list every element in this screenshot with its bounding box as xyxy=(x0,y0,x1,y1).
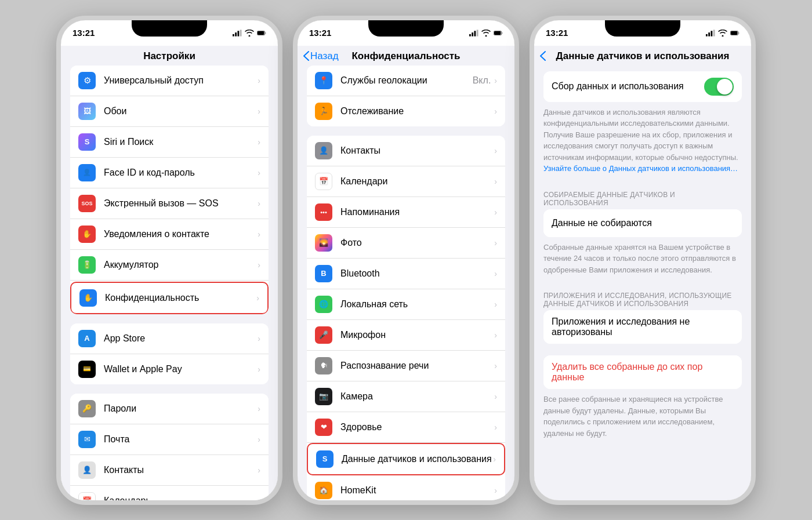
desc-text-1-content: Данные датчиков и использования являются… xyxy=(543,108,738,162)
chevron-icon: › xyxy=(258,107,260,116)
calendar2-icon: 📅 xyxy=(315,173,332,190)
chevron-icon: › xyxy=(494,361,497,370)
chevron-icon: › xyxy=(494,392,497,401)
status-bar-2: 13:21 xyxy=(298,20,514,46)
list-item-contacts-settings[interactable]: 👤 Контакты › xyxy=(70,455,269,486)
status-icons-3 xyxy=(706,30,740,37)
list-item-localnet2[interactable]: 🌐 Локальная сеть › xyxy=(307,289,505,320)
list-item-passwords[interactable]: 🔑 Пароли › xyxy=(70,394,269,424)
list-item-siri[interactable]: S Siri и Поиск › xyxy=(70,127,269,158)
list-item-universal[interactable]: ⚙ Универсальный доступ › xyxy=(70,66,269,96)
screen-1: Настройки ⚙ Универсальный доступ › 🖼 Обо… xyxy=(61,46,278,500)
wallpaper-icon: 🖼 xyxy=(78,103,96,120)
status-time-3: 13:21 xyxy=(546,28,568,38)
list-item-photos2[interactable]: 🌄 Фото › xyxy=(307,228,505,259)
notch-2 xyxy=(368,20,444,37)
chevron-icon: › xyxy=(258,435,260,444)
back-button-3[interactable] xyxy=(540,51,546,61)
tracking-icon: 🏃 xyxy=(315,103,332,120)
list-item-calendar2[interactable]: 📅 Календари › xyxy=(307,166,505,197)
no-apps-label: Приложения и исследования не авторизован… xyxy=(552,317,734,337)
page-title-3: Данные датчиков и использования xyxy=(556,50,730,62)
list-item-tracking[interactable]: 🏃 Отслеживание › xyxy=(307,96,505,126)
list-item-appstore[interactable]: A App Store › xyxy=(70,323,269,354)
sensor-detail-panel[interactable]: Сбор данных и использования Данные датчи… xyxy=(534,66,751,500)
chevron-icon: › xyxy=(258,496,260,500)
back-button-2[interactable]: Назад xyxy=(303,50,339,62)
collected-data-value: Данные не собираются xyxy=(543,209,742,237)
settings-group-bot-1: 🔑 Пароли › ✉ Почта › 👤 Контакты › 📅 Кале… xyxy=(70,394,269,500)
health2-icon: ❤ xyxy=(315,419,332,436)
desc-text-2-content: Собранные данные хранятся на Вашем устро… xyxy=(543,243,736,274)
chevron-icon: › xyxy=(494,76,497,85)
list-item-health2[interactable]: ❤ Здоровье › xyxy=(307,412,505,443)
desc-text-3-content: Все ранее собранные и хранящиеся на устр… xyxy=(543,395,723,438)
list-item-calendar-settings[interactable]: 📅 Календарь › xyxy=(70,486,269,500)
chevron-icon: › xyxy=(258,334,260,343)
privacy-icon: ✋ xyxy=(79,289,97,307)
list-item-wallet[interactable]: 💳 Wallet и Apple Pay › xyxy=(70,354,269,384)
passwords-icon: 🔑 xyxy=(78,400,96,417)
list-item-reminders2[interactable]: ••• Напоминания › xyxy=(307,197,505,228)
battery-settings-icon: 🔋 xyxy=(78,256,96,274)
chevron-icon: › xyxy=(494,269,497,278)
chevron-icon: › xyxy=(494,208,497,217)
photos2-icon: 🌄 xyxy=(315,234,332,252)
svg-rect-3 xyxy=(240,30,242,36)
svg-rect-5 xyxy=(258,31,264,35)
list-item-sos[interactable]: SOS Экстренный вызов — SOS › xyxy=(70,188,269,219)
toggle-knob xyxy=(717,79,733,94)
data-collection-toggle[interactable] xyxy=(704,78,734,96)
chevron-icon: › xyxy=(258,404,260,413)
desc-text-1: Данные датчиков и использования являются… xyxy=(534,102,751,183)
svg-rect-6 xyxy=(469,34,471,36)
list-item-contact-notif[interactable]: ✋ Уведомления о контакте › xyxy=(70,219,269,250)
svg-rect-7 xyxy=(472,32,473,37)
learn-more-link[interactable]: Узнайте больше о Данных датчиков и испол… xyxy=(543,164,738,173)
list-item-battery[interactable]: 🔋 Аккумулятор › xyxy=(70,250,269,281)
list-item-contacts2[interactable]: 👤 Контакты › xyxy=(307,136,505,166)
list-item-speech2[interactable]: 🗣 Распознавание речи › xyxy=(307,351,505,381)
wifi-icon-1 xyxy=(245,30,254,37)
list-item-camera2[interactable]: 📷 Камера › xyxy=(307,381,505,412)
chevron-icon: › xyxy=(258,199,260,208)
list-item-location[interactable]: 📍 Службы геолокации Вкл. › xyxy=(307,66,505,96)
siri-icon: S xyxy=(78,133,96,151)
status-time-2: 13:21 xyxy=(309,28,331,38)
page-title-2: Конфиденциальность xyxy=(351,50,460,62)
settings-scroll-1[interactable]: ⚙ Универсальный доступ › 🖼 Обои › S Siri… xyxy=(61,66,278,500)
list-item-toggle[interactable]: Сбор данных и использования xyxy=(543,71,742,102)
list-item-homekit2[interactable]: 🏠 HomeKit › xyxy=(307,475,505,500)
screen-3: Данные датчиков и использования Сбор дан… xyxy=(534,46,751,500)
bluetooth2-icon: B xyxy=(315,265,332,282)
faceid-icon: 👤 xyxy=(78,164,96,181)
contacts-settings-icon: 👤 xyxy=(78,461,96,479)
settings-group-top-1: ⚙ Универсальный доступ › 🖼 Обои › S Siri… xyxy=(70,66,269,314)
list-item-wallpaper[interactable]: 🖼 Обои › xyxy=(70,96,269,127)
privacy-top-group: 📍 Службы геолокации Вкл. › 🏃 Отслеживани… xyxy=(307,66,505,126)
list-item-faceid[interactable]: 👤 Face ID и код-пароль › xyxy=(70,158,269,188)
back-chevron-icon-2 xyxy=(303,51,309,61)
status-bar-1: 13:21 xyxy=(61,20,278,46)
battery-icon-1 xyxy=(257,30,266,37)
status-icons-2 xyxy=(469,30,503,37)
settings-group-mid-1: A App Store › 💳 Wallet и Apple Pay › xyxy=(70,323,269,384)
list-item-sensor2[interactable]: S Данные датчиков и использования › xyxy=(307,443,505,475)
signal-icon-2 xyxy=(469,30,478,37)
settings-scroll-2[interactable]: 📍 Службы геолокации Вкл. › 🏃 Отслеживани… xyxy=(298,66,514,500)
chevron-icon: › xyxy=(494,486,497,495)
list-item-micro2[interactable]: 🎤 Микрофон › xyxy=(307,320,505,351)
calendar-settings-icon: 📅 xyxy=(78,492,96,500)
desc-text-3: Все ранее собранные и хранящиеся на устр… xyxy=(534,389,751,447)
svg-rect-12 xyxy=(706,34,708,36)
apps-group: Приложения и исследования не авторизован… xyxy=(543,310,742,344)
list-item-privacy[interactable]: ✋ Конфиденциальность › xyxy=(70,282,269,314)
chevron-icon: › xyxy=(256,293,259,303)
delete-button[interactable]: Удалить все собранные до сих пор данные xyxy=(543,355,742,389)
svg-rect-8 xyxy=(474,31,476,36)
battery-icon-3 xyxy=(730,30,740,37)
list-item-bluetooth2[interactable]: B Bluetooth › xyxy=(307,259,505,289)
nav-header-2: Назад Конфиденциальность xyxy=(298,46,514,66)
list-item-mail[interactable]: ✉ Почта › xyxy=(70,424,269,455)
mail-icon: ✉ xyxy=(78,431,96,448)
